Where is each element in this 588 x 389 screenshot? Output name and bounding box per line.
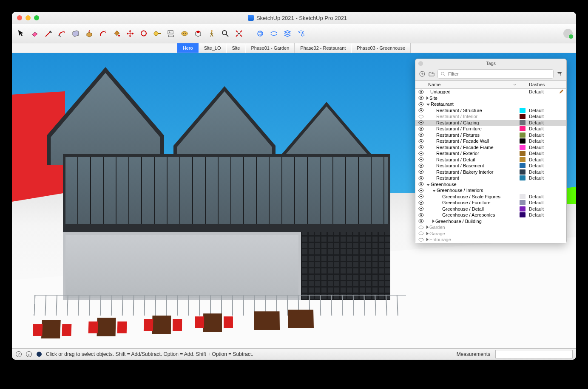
tag-row[interactable]: Restaurant / Facade FrameDefault <box>415 144 566 151</box>
visibility-toggle[interactable] <box>415 139 426 144</box>
expand-toggle-icon[interactable] <box>426 238 429 241</box>
tags-panel-menu-button[interactable] <box>556 70 563 77</box>
tag-name[interactable]: Restaurant <box>426 101 520 107</box>
tag-color-swatch[interactable] <box>520 114 526 119</box>
tag-color-swatch[interactable] <box>520 212 526 217</box>
tag-row[interactable]: Garden <box>415 224 566 231</box>
scene-tab[interactable]: Hero <box>177 43 199 53</box>
close-window-button[interactable] <box>17 15 22 20</box>
tag-name[interactable]: Restaurant / Interior <box>426 114 520 119</box>
tag-dash-style[interactable]: Default <box>527 194 556 199</box>
tag-dash-style[interactable]: Default <box>527 169 556 175</box>
visibility-toggle[interactable] <box>415 163 426 168</box>
tag-dash-style[interactable]: Default <box>527 114 556 119</box>
expand-toggle-icon[interactable] <box>426 232 429 235</box>
line-tool[interactable] <box>43 28 54 39</box>
expand-toggle-icon[interactable] <box>432 190 436 192</box>
visibility-toggle[interactable] <box>415 188 426 193</box>
tag-name[interactable]: Greenhouse / Furniture <box>426 200 520 205</box>
visibility-toggle[interactable] <box>415 157 426 162</box>
visibility-toggle[interactable] <box>415 194 426 199</box>
tag-row[interactable]: Restaurant / BasementDefault <box>415 163 566 169</box>
tag-row[interactable]: Greenhouse <box>415 181 566 188</box>
tag-color-swatch[interactable] <box>520 108 526 113</box>
tag-row[interactable]: Restaurant / Bakery InteriorDefault <box>415 169 566 175</box>
scene-tab[interactable]: Phase02 - Restaurant <box>295 43 351 53</box>
zoom-window-button[interactable] <box>34 15 39 20</box>
visibility-toggle[interactable] <box>415 169 426 174</box>
tags-column-headers[interactable]: Name Dashes <box>415 80 566 89</box>
minimize-window-button[interactable] <box>26 15 31 20</box>
tag-dash-style[interactable]: Default <box>527 200 556 205</box>
tag-dash-style[interactable]: Default <box>527 212 556 217</box>
tag-row[interactable]: Restaurant <box>415 101 566 107</box>
tag-row[interactable]: Site <box>415 95 566 101</box>
expand-toggle-icon[interactable] <box>426 96 429 100</box>
visibility-toggle[interactable] <box>415 151 426 156</box>
tag-name[interactable]: Greenhouse / Building <box>426 219 520 224</box>
scene-tab[interactable]: Phase03 - Greenhouse <box>351 43 411 53</box>
tag-color-swatch[interactable] <box>520 120 526 125</box>
extension-settings-button[interactable] <box>295 28 307 39</box>
pushpull-tool[interactable] <box>83 28 95 39</box>
tag-color-swatch[interactable] <box>520 126 526 131</box>
tag-name[interactable]: Entourage <box>426 237 520 242</box>
tag-dash-style[interactable]: Default <box>527 157 556 162</box>
visibility-toggle[interactable] <box>415 213 426 217</box>
tag-name[interactable]: Restaurant / Facade Wall <box>426 138 520 144</box>
measurements-input[interactable] <box>495 350 573 358</box>
tag-row[interactable]: Restaurant / ExteriorDefault <box>415 150 566 157</box>
tag-name[interactable]: Untagged <box>426 89 520 94</box>
tag-name[interactable]: Restaurant / Structure <box>426 108 520 113</box>
arc-tool[interactable] <box>56 28 68 39</box>
visibility-toggle[interactable] <box>415 132 426 137</box>
add-tag-button[interactable] <box>419 70 426 77</box>
tag-dash-style[interactable]: Default <box>527 175 556 180</box>
tag-row[interactable]: Greenhouse / Scale FiguresDefault <box>415 194 566 200</box>
tag-color-swatch[interactable] <box>520 145 526 150</box>
visibility-toggle[interactable] <box>415 127 426 131</box>
tag-name[interactable]: Greenhouse <box>426 182 520 187</box>
tag-dash-style[interactable]: Default <box>527 120 556 125</box>
eraser-tool[interactable] <box>29 28 41 39</box>
column-dashes-header[interactable]: Dashes <box>529 82 545 87</box>
tag-color-swatch[interactable] <box>520 138 526 144</box>
visibility-toggle[interactable] <box>415 102 426 107</box>
select-tool[interactable] <box>15 28 27 39</box>
tag-row[interactable]: Entourage <box>415 237 566 243</box>
geolocation-icon[interactable] <box>36 351 43 358</box>
tag-color-swatch[interactable] <box>520 194 526 199</box>
visibility-toggle[interactable] <box>415 206 426 211</box>
tag-row[interactable]: Garage <box>415 231 566 237</box>
tags-tree[interactable]: UntaggedDefaultSiteRestaurantRestaurant … <box>415 89 566 243</box>
extension-warehouse-button[interactable] <box>254 28 266 39</box>
tag-dash-style[interactable]: Default <box>527 206 556 211</box>
tag-color-swatch[interactable] <box>520 200 526 205</box>
tag-row[interactable]: RestaurantDefault <box>415 175 566 181</box>
tag-name[interactable]: Greenhouse / Aeroponics <box>426 212 520 217</box>
tag-name[interactable]: Restaurant <box>426 175 520 180</box>
panel-close-button[interactable] <box>418 61 423 66</box>
walk-tool[interactable] <box>206 28 218 39</box>
section-plane-tool[interactable] <box>192 28 204 39</box>
dimension-tool[interactable]: A1 <box>165 28 177 39</box>
visibility-toggle[interactable] <box>415 96 426 100</box>
visibility-toggle[interactable] <box>415 200 426 205</box>
offset-tool[interactable] <box>97 28 109 39</box>
tag-name[interactable]: Greenhouse / Detail <box>426 206 520 211</box>
tag-name[interactable]: Site <box>426 96 520 101</box>
move-tool[interactable] <box>124 28 136 39</box>
visibility-toggle[interactable] <box>415 225 426 230</box>
tag-name[interactable]: Restaurant / Facade Frame <box>426 145 520 150</box>
tag-name[interactable]: Restaurant / Bakery Interior <box>426 169 520 175</box>
visibility-toggle[interactable] <box>415 182 426 186</box>
visibility-toggle[interactable] <box>415 90 426 94</box>
tag-name[interactable]: Restaurant / Basement <box>426 163 520 168</box>
tag-color-swatch[interactable] <box>520 175 526 180</box>
visibility-toggle[interactable] <box>415 237 426 242</box>
paint-bucket-tool[interactable] <box>111 28 122 39</box>
tag-color-swatch[interactable] <box>520 206 526 211</box>
tag-row[interactable]: Greenhouse / FurnitureDefault <box>415 200 566 206</box>
tag-edit-button[interactable] <box>556 89 566 94</box>
tag-name[interactable]: Greenhouse / Interiors <box>426 188 520 193</box>
